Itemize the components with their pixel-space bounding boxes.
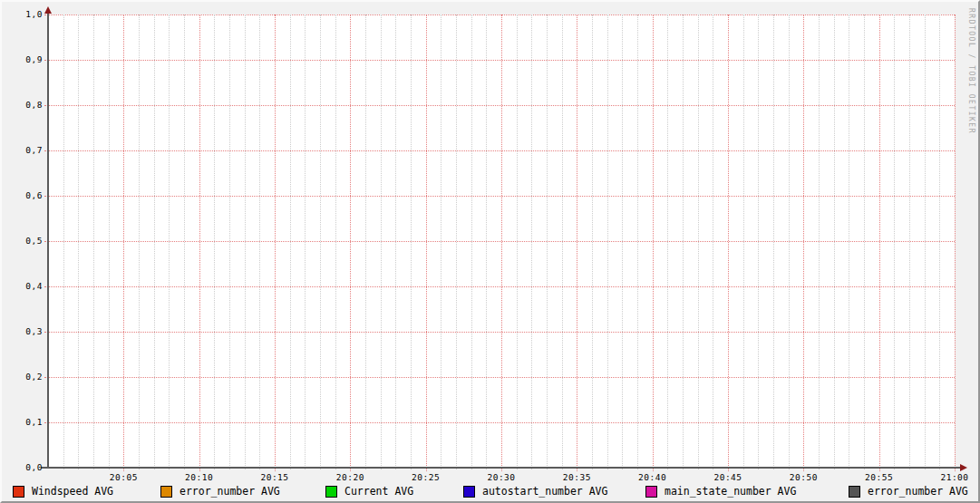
gridline-vertical-minor bbox=[486, 15, 487, 469]
y-axis-arrowhead bbox=[44, 6, 52, 14]
y-axis-tick-label: 0,9 bbox=[2, 54, 43, 65]
gridline-vertical-minor bbox=[78, 15, 79, 469]
legend-swatch bbox=[849, 486, 860, 498]
gridline-vertical-minor bbox=[667, 15, 668, 469]
gridline-vertical-minor bbox=[395, 15, 396, 469]
gridline-vertical-minor bbox=[456, 15, 457, 469]
gridline-vertical-minor bbox=[471, 15, 472, 469]
legend-item: Current AVG bbox=[325, 485, 413, 498]
legend-item: autostart_number AVG bbox=[463, 485, 607, 498]
rrdtool-graph: 1,00,90,80,70,60,50,40,30,20,10,0 20:052… bbox=[0, 0, 980, 503]
gridline-vertical-minor bbox=[305, 15, 306, 469]
gridline-vertical-minor bbox=[592, 15, 593, 469]
x-axis-tick-label: 20:45 bbox=[703, 472, 753, 483]
gridline-vertical-major bbox=[728, 15, 729, 471]
gridline-vertical-major bbox=[123, 15, 124, 471]
gridline-vertical-minor bbox=[184, 15, 185, 469]
gridline-vertical-minor bbox=[109, 15, 110, 469]
x-axis-tick-label: 20:10 bbox=[174, 472, 225, 483]
y-axis bbox=[47, 9, 49, 468]
gridline-vertical-minor bbox=[93, 15, 94, 469]
legend-item: error_number AVG bbox=[849, 485, 968, 498]
gridline-vertical-minor bbox=[531, 15, 532, 469]
x-axis-arrowhead bbox=[960, 464, 967, 471]
gridline-vertical-minor bbox=[154, 15, 155, 469]
gridline-vertical-major bbox=[653, 15, 654, 471]
y-axis-tick-label: 0,0 bbox=[2, 462, 43, 473]
gridline-vertical-minor bbox=[834, 15, 835, 469]
gridline-vertical-major bbox=[350, 15, 351, 471]
legend-label: autostart_number AVG bbox=[482, 485, 607, 498]
y-axis-tick-label: 1,0 bbox=[2, 9, 43, 20]
gridline-vertical-minor bbox=[411, 15, 412, 469]
legend-label: Windspeed AVG bbox=[32, 485, 113, 498]
y-axis-tick-label: 0,4 bbox=[2, 281, 43, 292]
x-axis-tick-label: 20:55 bbox=[854, 472, 905, 483]
y-axis-tick-label: 0,7 bbox=[2, 145, 43, 156]
y-axis-tick-label: 0,2 bbox=[2, 372, 43, 382]
x-axis bbox=[41, 467, 960, 469]
gridline-vertical-minor bbox=[773, 15, 774, 469]
x-axis-tick-label: 20:20 bbox=[325, 472, 375, 483]
legend-swatch bbox=[160, 486, 172, 498]
watermark: RRDTOOL / TOBI OETIKER bbox=[967, 8, 975, 134]
legend-item: error_number AVG bbox=[160, 485, 280, 498]
gridline-vertical-major bbox=[803, 15, 804, 471]
gridline-vertical-minor bbox=[63, 15, 64, 469]
gridline-vertical-major bbox=[199, 15, 200, 471]
gridline-vertical-minor bbox=[562, 15, 563, 469]
gridline-vertical-minor bbox=[864, 15, 865, 469]
x-axis-tick-label: 20:40 bbox=[627, 472, 678, 483]
gridline-vertical-major bbox=[879, 15, 880, 471]
gridline-vertical-minor bbox=[245, 15, 246, 469]
gridline-vertical-minor bbox=[849, 15, 849, 469]
gridline-vertical-minor bbox=[441, 15, 441, 469]
gridline-vertical-minor bbox=[925, 15, 926, 469]
legend-item: Windspeed AVG bbox=[13, 485, 113, 498]
gridline-vertical-minor bbox=[335, 15, 336, 469]
gridline-vertical-minor bbox=[939, 15, 940, 469]
x-axis-tick-label: 20:50 bbox=[778, 472, 829, 483]
x-axis-tick-label: 20:35 bbox=[551, 472, 602, 483]
gridline-vertical-minor bbox=[229, 15, 230, 469]
gridline-vertical-major bbox=[577, 15, 577, 471]
gridline-vertical-minor bbox=[713, 15, 713, 469]
legend-label: main_state_number AVG bbox=[665, 485, 796, 498]
gridline-vertical-minor bbox=[320, 15, 321, 469]
y-axis-tick-label: 0,6 bbox=[2, 190, 43, 201]
gridline-vertical-major bbox=[955, 15, 956, 471]
gridline-vertical-major bbox=[426, 15, 427, 471]
gridline-vertical-major bbox=[501, 15, 502, 471]
gridline-vertical-minor bbox=[290, 15, 291, 469]
gridline-vertical-minor bbox=[819, 15, 820, 469]
gridline-vertical-minor bbox=[381, 15, 382, 469]
gridline-vertical-minor bbox=[517, 15, 518, 469]
gridline-vertical-minor bbox=[139, 15, 140, 469]
gridline-vertical-minor bbox=[607, 15, 608, 469]
x-axis-tick-label: 20:05 bbox=[98, 472, 149, 483]
legend-label: Current AVG bbox=[344, 485, 413, 498]
gridline-vertical-minor bbox=[698, 15, 699, 469]
gridline-vertical-minor bbox=[637, 15, 638, 469]
legend-label: error_number AVG bbox=[180, 485, 280, 498]
legend-item: main_state_number AVG bbox=[645, 485, 796, 498]
x-axis-tick-label: 21:00 bbox=[929, 472, 980, 483]
gridline-vertical-minor bbox=[743, 15, 744, 469]
legend-swatch bbox=[13, 486, 24, 498]
gridline-vertical-minor bbox=[894, 15, 895, 469]
gridline-vertical-minor bbox=[365, 15, 366, 469]
y-axis-tick-label: 0,3 bbox=[2, 326, 43, 337]
legend-swatch bbox=[325, 486, 337, 498]
x-axis-tick-label: 20:15 bbox=[249, 472, 300, 483]
gridline-vertical-minor bbox=[758, 15, 759, 469]
gridline-vertical-minor bbox=[259, 15, 260, 469]
y-axis-tick-label: 0,5 bbox=[2, 236, 43, 247]
gridline-vertical-minor bbox=[683, 15, 684, 469]
legend-swatch bbox=[645, 486, 657, 498]
y-axis-tick-label: 0,8 bbox=[2, 100, 43, 111]
x-axis-tick-label: 20:30 bbox=[476, 472, 527, 483]
gridline-vertical-minor bbox=[909, 15, 910, 469]
legend-label: error_number AVG bbox=[868, 485, 968, 498]
gridline-vertical-minor bbox=[622, 15, 623, 469]
gridline-vertical-minor bbox=[169, 15, 170, 469]
